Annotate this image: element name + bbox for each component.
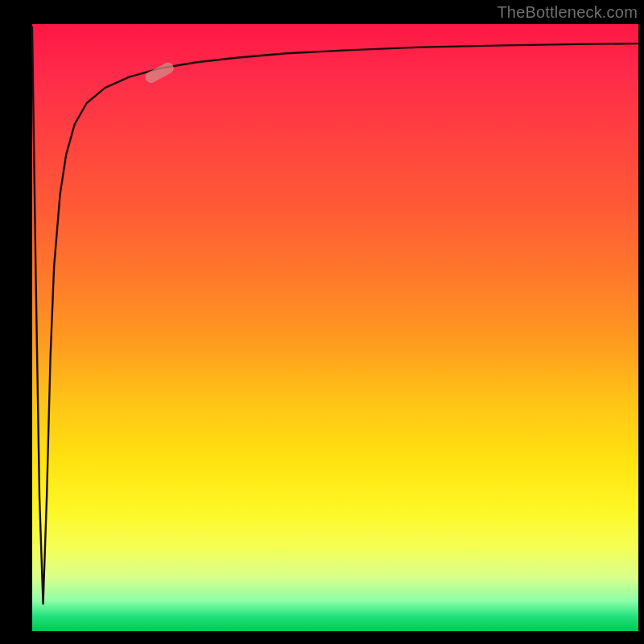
svg-rect-0 [143,60,175,85]
watermark-text: TheBottleneck.com [497,3,638,22]
curve-marker [143,60,175,85]
plot-area [32,24,638,631]
curve-layer [32,24,638,631]
chart-frame: TheBottleneck.com [0,0,644,644]
bottleneck-curve [32,27,638,604]
